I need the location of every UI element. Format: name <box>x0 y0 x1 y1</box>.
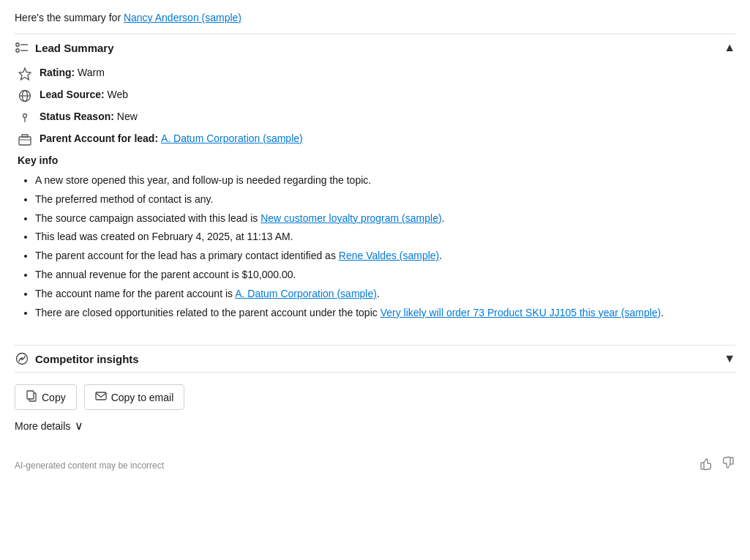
parent-account-icon <box>18 132 32 147</box>
key-info-item-6: The annual revenue for the parent accoun… <box>35 266 735 284</box>
copy-to-email-label: Copy to email <box>111 392 174 403</box>
rating-icon <box>18 67 32 81</box>
intro-line: Here's the summary for Nancy Anderson (s… <box>15 12 735 23</box>
competitor-insights-icon <box>15 351 29 366</box>
rene-valdes-link[interactable]: Rene Valdes (sample) <box>339 250 439 261</box>
lead-source-row: Lead Source: Web <box>15 89 735 103</box>
competitor-insights-header[interactable]: Competitor insights ▼ <box>15 345 735 373</box>
svg-rect-17 <box>96 392 106 400</box>
rating-value: Warm <box>78 67 105 78</box>
thumbs-up-icon[interactable] <box>699 456 713 474</box>
key-info-item-4: This lead was created on February 4, 202… <box>35 228 735 246</box>
nancy-anderson-link[interactable]: Nancy Anderson (sample) <box>124 12 241 23</box>
lead-summary-icon <box>15 40 29 55</box>
ai-disclaimer: AI-generated content may be incorrect <box>15 460 164 471</box>
svg-rect-1 <box>16 49 19 52</box>
copy-to-email-button[interactable]: Copy to email <box>84 384 185 410</box>
copy-button[interactable]: Copy <box>15 384 77 410</box>
parent-account-row: Parent Account for lead: A. Datum Corpor… <box>15 132 735 147</box>
key-info-item-7: The account name for the parent account … <box>35 285 735 303</box>
key-info-item-5: The parent account for the lead has a pr… <box>35 247 735 265</box>
lead-summary-body: Rating: Warm Lead Source: Web Status Rea… <box>15 61 735 339</box>
parent-account-link[interactable]: A. Datum Corporation (sample) <box>161 132 303 144</box>
key-info-item-8: There are closed opportunities related t… <box>35 305 735 322</box>
more-details-chevron: ∨ <box>75 419 83 433</box>
lead-summary-title: Lead Summary <box>35 42 114 54</box>
competitor-insights-chevron: ▼ <box>724 352 735 365</box>
key-info-item-1: A new store opened this year, and follow… <box>35 172 735 190</box>
more-details-label: More details <box>15 420 70 432</box>
parent-account-label: Parent Account for lead: <box>40 132 161 144</box>
copy-icon <box>26 390 37 404</box>
key-info-item-2: The preferred method of contact is any. <box>35 191 735 209</box>
intro-text: Here's the summary for <box>15 12 124 23</box>
status-reason-field: Status Reason: New <box>40 111 138 122</box>
copy-to-email-icon <box>95 390 107 404</box>
key-info-title: Key info <box>18 154 735 166</box>
lead-source-field: Lead Source: Web <box>40 89 128 100</box>
lead-source-label: Lead Source: <box>40 89 108 100</box>
svg-rect-16 <box>27 391 34 399</box>
feedback-icons <box>699 456 735 474</box>
action-buttons: Copy Copy to email <box>15 384 735 410</box>
svg-marker-4 <box>19 68 31 80</box>
svg-rect-11 <box>22 135 28 137</box>
more-details-row[interactable]: More details ∨ <box>15 419 735 433</box>
svg-rect-0 <box>16 43 19 46</box>
svg-rect-10 <box>19 137 31 145</box>
key-info-list: A new store opened this year, and follow… <box>18 172 735 321</box>
campaign-link[interactable]: New customer loyalty program (sample) <box>260 212 441 224</box>
rating-label: Rating: <box>40 67 78 78</box>
lead-summary-chevron: ▲ <box>724 41 735 54</box>
lead-summary-header-left: Lead Summary <box>15 40 114 55</box>
lead-source-value: Web <box>108 89 129 100</box>
opportunity-link[interactable]: Very likely will order 73 Product SKU JJ… <box>380 307 661 318</box>
footer-row: AI-generated content may be incorrect <box>15 450 735 474</box>
key-info-section: Key info A new store opened this year, a… <box>15 154 735 321</box>
lead-summary-header[interactable]: Lead Summary ▲ <box>15 34 735 61</box>
competitor-insights-title: Competitor insights <box>35 353 139 365</box>
status-reason-label: Status Reason: <box>40 111 117 122</box>
key-info-item-3: The source campaign associated with this… <box>35 210 735 228</box>
lead-source-icon <box>18 89 32 103</box>
competitor-insights-header-left: Competitor insights <box>15 351 139 366</box>
status-reason-row: Status Reason: New <box>15 111 735 125</box>
parent-account-field: Parent Account for lead: A. Datum Corpor… <box>40 132 303 144</box>
rating-row: Rating: Warm <box>15 67 735 81</box>
thumbs-down-icon[interactable] <box>721 456 735 474</box>
status-reason-value: New <box>117 111 138 122</box>
svg-point-8 <box>23 114 27 118</box>
copy-button-label: Copy <box>42 392 66 403</box>
status-reason-icon <box>18 111 32 125</box>
rating-field: Rating: Warm <box>40 67 105 78</box>
a-datum-link[interactable]: A. Datum Corporation (sample) <box>235 288 377 299</box>
